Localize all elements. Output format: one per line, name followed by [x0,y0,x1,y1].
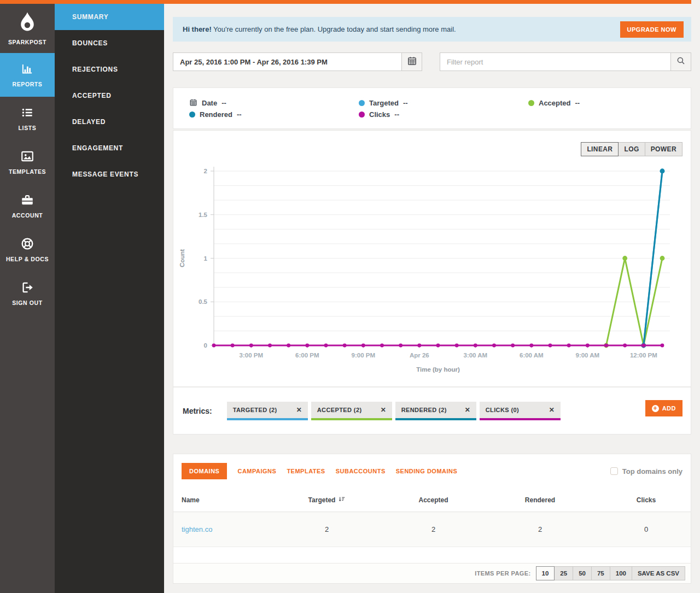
bar-chart-icon [20,62,34,76]
x-icon[interactable]: ✕ [381,406,386,414]
save-as-csv-button[interactable]: SAVE AS CSV [632,566,685,580]
page-size-100-button[interactable]: 100 [610,566,632,580]
date-range-input[interactable] [173,53,401,71]
subnav-item-accepted[interactable]: ACCEPTED [55,83,164,109]
page-size-75-button[interactable]: 75 [591,566,610,580]
metrics-label: Metrics: [183,407,212,415]
tab-subaccounts[interactable]: SUBACCOUNTS [336,463,386,479]
svg-text:3:00 AM: 3:00 AM [463,352,487,359]
flame-icon [16,11,39,34]
scale-toggle-group: LINEAR LOG POWER [581,142,682,156]
clicks-dot-icon [359,111,365,118]
breakdown-table-panel: DOMAINS CAMPAIGNS TEMPLATES SUBACCOUNTS … [173,454,691,584]
top-domains-toggle[interactable]: Top domains only [610,467,682,475]
scale-log-button[interactable]: LOG [618,142,645,156]
sparkpost-logo[interactable]: SPARKPOST [0,4,55,53]
metric-chip-targeted[interactable]: TARGETED (2) ✕ [227,402,308,420]
domains-table: Name Targeted [173,488,691,547]
sidebar-item-label: ACCOUNT [10,212,45,219]
upgrade-now-button[interactable]: UPGRADE NOW [620,21,684,38]
table-row[interactable]: tighten.co 2 2 2 0 [173,512,691,547]
subnav-item-bounces[interactable]: BOUNCES [55,30,164,56]
svg-text:Count: Count [179,249,185,267]
sidebar-item-lists[interactable]: LISTS [0,97,55,140]
sidebar-item-help-docs[interactable]: HELP & DOCS [0,228,55,272]
cell-accepted: 2 [380,525,487,533]
report-controls [173,52,691,71]
plus-circle-icon: + [652,405,659,412]
calendar-button[interactable] [401,53,422,71]
tab-templates[interactable]: TEMPLATES [287,463,325,479]
sidebar-item-label: SIGN OUT [10,300,45,307]
subnav-item-delayed[interactable]: DELAYED [55,109,164,135]
svg-text:0.5: 0.5 [199,298,208,305]
legend-value: -- [575,99,580,107]
cell-rendered: 2 [487,525,593,533]
col-header-targeted[interactable]: Targeted [273,496,380,504]
page-size-50-button[interactable]: 50 [573,566,592,580]
col-header-name[interactable]: Name [182,496,273,504]
calendar-icon [189,98,197,108]
metric-chip-clicks[interactable]: CLICKS (0) ✕ [480,402,561,420]
x-icon[interactable]: ✕ [296,406,302,414]
sign-out-icon [20,280,34,295]
table-tabs: DOMAINS CAMPAIGNS TEMPLATES SUBACCOUNTS … [173,454,691,488]
svg-text:3:00 PM: 3:00 PM [240,352,263,359]
sidebar-item-templates[interactable]: TEMPLATES [0,140,55,184]
image-icon [20,149,34,163]
legend-value: -- [237,110,242,119]
metric-chip-rendered[interactable]: RENDERED (2) ✕ [395,402,476,420]
upgrade-banner: Hi there! You're currently on the free p… [173,17,691,42]
sort-desc-icon [338,496,345,504]
metric-chip-accepted[interactable]: ACCEPTED (2) ✕ [311,402,392,420]
items-per-page-label: ITEMS PER PAGE: [475,570,530,577]
page-size-25-button[interactable]: 25 [554,566,573,580]
legend-item-clicks: Clicks -- [359,109,528,120]
tab-campaigns[interactable]: CAMPAIGNS [237,463,276,479]
briefcase-icon [20,193,34,207]
filter-report-input[interactable] [440,53,670,71]
sidebar-item-label: LISTS [16,125,39,132]
svg-text:0: 0 [204,342,207,349]
top-domains-checkbox[interactable] [610,467,618,475]
legend-value: -- [394,110,399,119]
date-range-group [173,52,422,71]
search-icon [676,56,686,68]
sidebar-item-label: HELP & DOCS [4,256,51,263]
filter-report-group [440,52,691,71]
svg-text:12:00 PM: 12:00 PM [630,352,657,359]
cell-clicks: 0 [593,525,699,533]
logo-label: SPARKPOST [6,39,49,46]
sidebar-item-reports[interactable]: REPORTS [0,53,55,97]
tab-domains[interactable]: DOMAINS [182,463,227,479]
tab-sending-domains[interactable]: SENDING DOMAINS [396,463,458,479]
subnav-item-engagement[interactable]: ENGAGEMENT [55,135,164,161]
x-icon[interactable]: ✕ [465,406,470,414]
col-header-rendered[interactable]: Rendered [487,496,593,504]
legend-value: -- [221,99,226,107]
rendered-dot-icon [189,111,195,118]
page-size-10-button[interactable]: 10 [536,566,555,580]
domain-link[interactable]: tighten.co [182,525,273,533]
sidebar-item-account[interactable]: ACCOUNT [0,184,55,228]
metrics-strip: Metrics: TARGETED (2) ✕ ACCEPTED (2) ✕ R… [173,386,691,434]
col-header-clicks[interactable]: Clicks [593,496,699,504]
col-header-accepted[interactable]: Accepted [380,496,487,504]
svg-text:Time (by hour): Time (by hour) [416,366,460,373]
summary-chart: 00.511.523:00 PM6:00 PM9:00 PMApr 263:00… [173,131,691,386]
subnav-item-summary[interactable]: SUMMARY [55,4,164,30]
sidebar-item-sign-out[interactable]: SIGN OUT [0,272,55,315]
subnav-item-rejections[interactable]: REJECTIONS [55,56,164,83]
scale-power-button[interactable]: POWER [645,142,682,156]
svg-text:9:00 AM: 9:00 AM [575,352,599,359]
primary-sidebar: SPARKPOST REPORTS LISTS [0,4,55,593]
add-metric-button[interactable]: + ADD [645,400,682,416]
sidebar-item-label: REPORTS [10,81,45,88]
reports-subnav: SUMMARY BOUNCES REJECTIONS ACCEPTED DELA… [55,4,164,593]
x-icon[interactable]: ✕ [549,406,555,414]
search-button[interactable] [670,53,691,71]
legend-item-rendered: Rendered -- [189,109,359,120]
scale-linear-button[interactable]: LINEAR [581,142,619,156]
subnav-item-message-events[interactable]: MESSAGE EVENTS [55,161,164,187]
table-footer: ITEMS PER PAGE: 10 25 50 75 100 SAVE AS … [173,563,691,583]
